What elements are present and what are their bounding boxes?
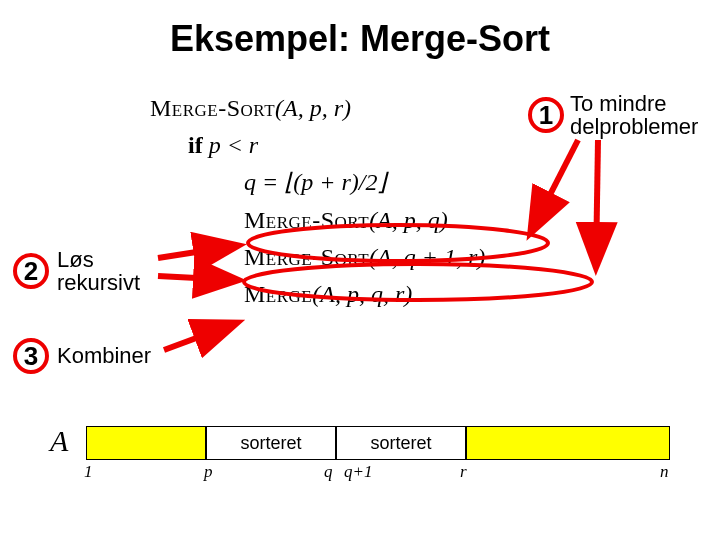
pseudo-line-6: Merge(A, p, q, r) [150, 276, 485, 313]
array-bar: sorteret sorteret [86, 426, 670, 460]
idx-p: p [204, 462, 213, 482]
pseudo-line-1: Merge-Sort(A, p, r) [150, 90, 485, 127]
array-label: A [50, 424, 68, 458]
idx-q: q [324, 462, 333, 482]
step-3-text: Kombiner [57, 344, 151, 367]
idx-q1: q+1 [344, 462, 372, 482]
svg-line-1 [532, 140, 578, 230]
array-seg-left [86, 426, 206, 460]
step-3-badge: 3 [13, 338, 49, 374]
step-2-text: Løs rekursivt [57, 248, 140, 294]
step-3: 3 Kombiner [13, 338, 151, 374]
array-seg-sorted-1: sorteret [206, 426, 336, 460]
step-2: 2 Løs rekursivt [13, 248, 140, 294]
array-seg-sorted-2: sorteret [336, 426, 466, 460]
array-indices: 1 p q q+1 r n [86, 462, 670, 482]
step-1-badge: 1 [528, 97, 564, 133]
idx-1: 1 [84, 462, 93, 482]
pseudo-line-3: q = ⌊(p + r)/2⌋ [150, 164, 485, 201]
slide: Eksempel: Merge-Sort Merge-Sort(A, p, r)… [0, 0, 720, 540]
step-1: 1 To mindre delproblemer [528, 92, 698, 138]
pseudo-line-5: Merge-Sort(A, q + 1, r) [150, 239, 485, 276]
pseudocode-block: Merge-Sort(A, p, r) if p < r q = ⌊(p + r… [150, 90, 485, 313]
array-seg-right [466, 426, 670, 460]
func-args: (A, p, r) [275, 95, 351, 121]
func-name: Merge-Sort [150, 95, 275, 121]
pseudo-line-2: if p < r [150, 127, 485, 164]
svg-line-2 [596, 140, 598, 264]
pseudo-line-4: Merge-Sort(A, p, q) [150, 202, 485, 239]
svg-line-7 [164, 324, 234, 350]
idx-r: r [460, 462, 467, 482]
step-2-badge: 2 [13, 253, 49, 289]
idx-n: n [660, 462, 669, 482]
page-title: Eksempel: Merge-Sort [0, 18, 720, 60]
step-1-text: To mindre delproblemer [570, 92, 698, 138]
